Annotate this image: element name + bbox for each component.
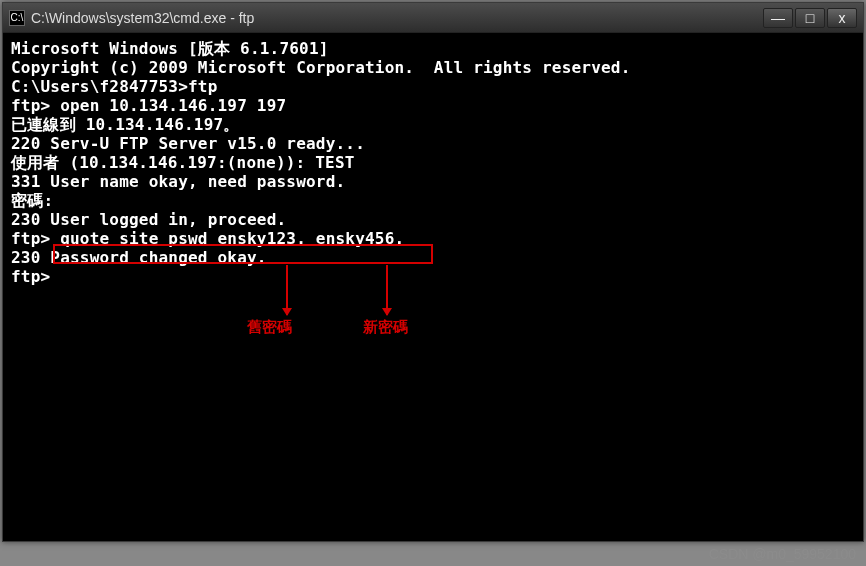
terminal-line: 230 User logged in, proceed.: [11, 210, 855, 229]
titlebar[interactable]: C:\ C:\Windows\system32\cmd.exe - ftp — …: [3, 3, 863, 33]
terminal-line: 使用者 (10.134.146.197:(none)): TEST: [11, 153, 855, 172]
terminal-area[interactable]: Microsoft Windows [版本 6.1.7601] Copyrigh…: [3, 33, 863, 541]
terminal-line: 331 User name okay, need password.: [11, 172, 855, 191]
cmd-window: C:\ C:\Windows\system32\cmd.exe - ftp — …: [2, 2, 864, 542]
terminal-line: ftp>: [11, 267, 855, 286]
maximize-button[interactable]: □: [795, 8, 825, 28]
terminal-line: ftp> quote site pswd ensky123. ensky456.: [11, 229, 855, 248]
label-new-password: 新密碼: [363, 317, 409, 336]
terminal-line: 220 Serv-U FTP Server v15.0 ready...: [11, 134, 855, 153]
terminal-line: 已連線到 10.134.146.197。: [11, 115, 855, 134]
terminal-line: Microsoft Windows [版本 6.1.7601]: [11, 39, 855, 58]
close-button[interactable]: x: [827, 8, 857, 28]
watermark: CSDN @m0_59952100: [709, 546, 856, 562]
terminal-line: 230 Password changed okay.: [11, 248, 855, 267]
terminal-line: 密碼:: [11, 191, 855, 210]
terminal-line: ftp> open 10.134.146.197 197: [11, 96, 855, 115]
terminal-line: Copyright (c) 2009 Microsoft Corporation…: [11, 58, 855, 77]
label-old-password: 舊密碼: [247, 317, 293, 336]
cmd-icon: C:\: [9, 10, 25, 26]
window-controls: — □ x: [763, 8, 857, 28]
minimize-button[interactable]: —: [763, 8, 793, 28]
terminal-line: C:\Users\f2847753>ftp: [11, 77, 855, 96]
window-title: C:\Windows\system32\cmd.exe - ftp: [31, 10, 763, 26]
